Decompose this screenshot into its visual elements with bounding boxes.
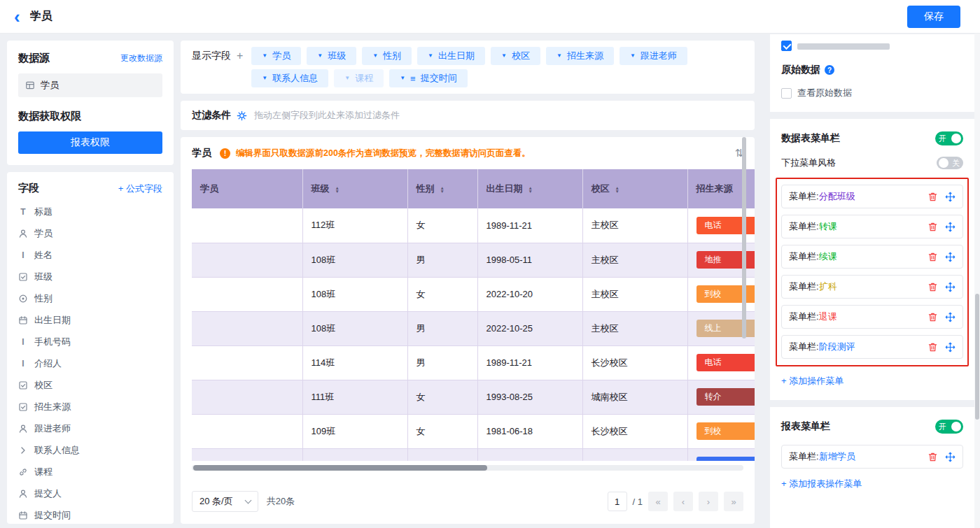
- field-chip-source[interactable]: ▼招生来源: [546, 47, 614, 65]
- horizontal-scrollbar[interactable]: [192, 465, 743, 471]
- add-report-menu-link[interactable]: + 添加报表操作菜单: [781, 478, 862, 490]
- table-row[interactable]: 109班女1981-06-18长沙校区 到校: [192, 414, 755, 448]
- page-size-select[interactable]: 20 条/页: [192, 491, 258, 512]
- display-fields-label: 显示字段: [192, 50, 231, 62]
- dropdown-style-label: 下拉菜单风格: [781, 157, 836, 169]
- field-item-birthdate[interactable]: 出生日期: [18, 309, 162, 331]
- datasource-item[interactable]: 学员: [18, 73, 162, 97]
- prev-page-button[interactable]: ‹: [673, 492, 693, 511]
- col-gender[interactable]: 性别▲▼: [407, 169, 477, 208]
- trash-icon[interactable]: [927, 312, 938, 322]
- table-row[interactable]: 111班女1981-06-18城南校区 招生: [192, 448, 755, 461]
- trash-icon[interactable]: [927, 342, 938, 352]
- field-chip-contact[interactable]: ▼联系人信息: [251, 69, 328, 87]
- next-page-button[interactable]: ›: [699, 492, 718, 511]
- field-label: 姓名: [34, 249, 52, 262]
- checkbox-checked[interactable]: [781, 41, 792, 51]
- window-scrollbar[interactable]: [974, 34, 980, 528]
- window-scrollbar-thumb[interactable]: [975, 294, 979, 420]
- trash-icon[interactable]: [927, 252, 938, 262]
- field-item-submit-time[interactable]: 提交时间: [18, 504, 162, 524]
- trash-icon[interactable]: [927, 282, 938, 292]
- field-chip-gender[interactable]: ▼性别: [362, 47, 412, 65]
- col-class[interactable]: 班级▲▼: [302, 169, 407, 208]
- sort-icon[interactable]: ▲▼: [528, 186, 533, 193]
- menu-item[interactable]: 菜单栏: 分配班级: [781, 185, 963, 208]
- trash-icon[interactable]: [927, 452, 938, 462]
- dropdown-style-toggle[interactable]: 关: [937, 157, 963, 169]
- table-row[interactable]: 114班男1989-11-21长沙校区 电话: [192, 345, 755, 380]
- first-page-button[interactable]: «: [648, 492, 668, 511]
- field-chip-campus[interactable]: ▼校区: [491, 47, 540, 65]
- field-item-title[interactable]: T 标题: [18, 201, 162, 222]
- report-menu-toggle[interactable]: 开: [935, 420, 963, 434]
- field-item-source[interactable]: 招生来源: [18, 396, 162, 418]
- menu-item[interactable]: 菜单栏: 续课: [781, 245, 963, 269]
- menu-item[interactable]: 菜单栏: 退课: [781, 305, 963, 329]
- field-item-name[interactable]: I 姓名: [18, 244, 162, 266]
- trash-icon[interactable]: [927, 192, 938, 202]
- field-item-course[interactable]: 课程: [18, 461, 162, 483]
- back-icon[interactable]: ‹: [14, 8, 20, 26]
- field-item-campus[interactable]: 校区: [18, 374, 162, 396]
- add-menu-link[interactable]: + 添加操作菜单: [781, 375, 844, 387]
- trash-icon[interactable]: [927, 222, 938, 232]
- move-icon[interactable]: [945, 312, 955, 322]
- chevron-down-icon: ▼: [630, 53, 636, 59]
- field-chip-student[interactable]: ▼学员: [251, 47, 301, 65]
- view-raw-data-option[interactable]: 查看原始数据: [781, 87, 963, 99]
- field-chip-birthdate[interactable]: ▼出生日期: [417, 47, 485, 65]
- table-row[interactable]: 111班女1993-08-25城南校区 转介: [192, 380, 755, 414]
- field-item-class[interactable]: 班级: [18, 266, 162, 287]
- field-chip-teacher[interactable]: ▼跟进老师: [620, 47, 687, 65]
- move-icon[interactable]: [945, 452, 955, 462]
- sort-icon[interactable]: ▲▼: [440, 186, 444, 193]
- checkbox[interactable]: [781, 88, 792, 99]
- report-menu-item[interactable]: 菜单栏: 新增学员: [781, 445, 963, 469]
- move-icon[interactable]: [945, 342, 955, 352]
- add-formula-field-link[interactable]: + 公式字段: [118, 183, 162, 195]
- current-page[interactable]: 1: [608, 492, 627, 511]
- field-chip-course[interactable]: ▼课程: [334, 69, 384, 87]
- field-item-introducer[interactable]: I 介绍人: [18, 352, 162, 374]
- field-item-gender[interactable]: 性别: [18, 287, 162, 309]
- menu-item[interactable]: 菜单栏: 阶段测评: [781, 335, 963, 359]
- add-display-field-icon[interactable]: +: [237, 50, 243, 62]
- change-datasource-link[interactable]: 更改数据源: [120, 52, 162, 64]
- select-icon: [18, 272, 28, 282]
- field-item-contact[interactable]: 联系人信息: [18, 439, 162, 461]
- help-icon[interactable]: ?: [825, 65, 834, 75]
- move-icon[interactable]: [945, 282, 955, 292]
- save-button[interactable]: 保存: [907, 6, 960, 28]
- col-birthdate[interactable]: 出生日期▲▼: [477, 169, 582, 208]
- last-page-button[interactable]: »: [724, 492, 743, 511]
- table-row[interactable]: 108班男1998-05-11主校区 地推: [192, 243, 755, 277]
- sort-icon[interactable]: ▲▼: [615, 186, 620, 193]
- field-item-student[interactable]: 学员: [18, 222, 162, 244]
- field-chip-submit-time[interactable]: ▼≡提交时间: [389, 69, 468, 87]
- panel-scrollbar-thumb[interactable]: [742, 137, 746, 338]
- field-item-teacher[interactable]: 跟进老师: [18, 418, 162, 439]
- menu-item[interactable]: 菜单栏: 转课: [781, 215, 963, 238]
- move-icon[interactable]: [945, 222, 955, 232]
- report-permission-button[interactable]: 报表权限: [18, 131, 162, 154]
- drag-handle-icon[interactable]: ≡: [410, 74, 416, 83]
- field-label: 联系人信息: [34, 444, 80, 457]
- table-row[interactable]: 108班男2022-10-25主校区 线上: [192, 311, 755, 345]
- col-student[interactable]: 学员: [192, 169, 302, 208]
- gear-icon[interactable]: [237, 110, 247, 121]
- raw-data-title: 原始数据: [781, 64, 820, 76]
- move-icon[interactable]: [945, 252, 955, 262]
- table-row[interactable]: 112班女1989-11-21主校区 电话: [192, 208, 755, 243]
- field-chip-class[interactable]: ▼班级: [307, 47, 356, 65]
- menu-item[interactable]: 菜单栏: 扩科: [781, 275, 963, 299]
- field-item-phone[interactable]: I 手机号码: [18, 331, 162, 352]
- table-row[interactable]: 108班女2022-10-20主校区 到校: [192, 277, 755, 311]
- move-icon[interactable]: [945, 192, 955, 202]
- table-menu-toggle[interactable]: 开: [935, 131, 963, 145]
- col-campus[interactable]: 校区▲▼: [582, 169, 687, 208]
- filter-card: 过滤条件 拖动左侧字段到此处来添加过滤条件: [181, 101, 755, 130]
- field-item-submitter[interactable]: 提交人: [18, 483, 162, 504]
- horizontal-scrollbar-thumb[interactable]: [193, 465, 487, 471]
- sort-icon[interactable]: ▲▼: [335, 186, 340, 193]
